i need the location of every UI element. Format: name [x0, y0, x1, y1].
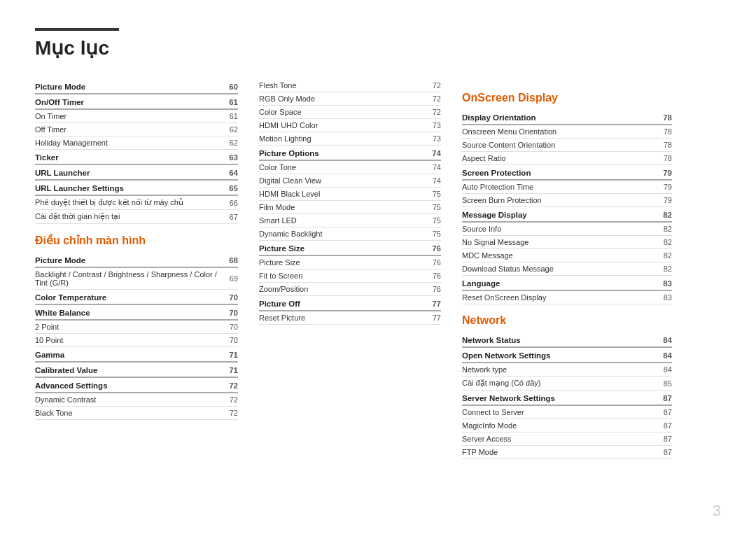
row-label: Cài đặt thời gian hiện tại: [35, 212, 120, 221]
row-num: 72: [433, 94, 441, 103]
toc-row: Language 83: [462, 276, 672, 291]
toc-row: Onscreen Menu Orientation 78: [462, 125, 672, 139]
row-label: Fit to Screen: [259, 272, 302, 280]
row-num: 65: [229, 184, 238, 192]
row-num: 76: [432, 244, 441, 253]
row-num: 69: [230, 274, 238, 283]
toc-row: Dynamic Backlight 75: [259, 227, 441, 241]
row-label: Picture Off: [259, 300, 300, 308]
row-num: 84: [663, 336, 672, 344]
row-num: 76: [433, 272, 441, 280]
row-num: 74: [433, 176, 441, 185]
section-heading-onscreen: OnScreen Display: [462, 92, 672, 104]
toc-row: Holiday Management 62: [35, 136, 238, 150]
row-label: Reset Picture: [259, 314, 305, 322]
row-label: Holiday Management: [35, 139, 108, 147]
row-label: Dynamic Backlight: [259, 230, 322, 238]
toc-row: Display Orientation 78: [462, 110, 672, 125]
toc-row: Server Network Settings 87: [462, 391, 672, 406]
toc-row: HDMI UHD Color 73: [259, 119, 441, 132]
row-label: Color Temperature: [35, 293, 106, 302]
row-num: 78: [663, 113, 672, 122]
toc-row: RGB Only Mode 72: [259, 92, 441, 106]
row-label: MagicInfo Mode: [462, 421, 517, 430]
toc-row: Picture Size 76: [259, 241, 441, 256]
toc-row: Reset Picture 77: [259, 311, 441, 325]
row-num: 73: [433, 134, 441, 143]
toc-row: Screen Protection 79: [462, 165, 672, 181]
row-label: Screen Protection: [462, 169, 531, 177]
row-num: 77: [432, 300, 441, 308]
toc-row: Motion Lighting 73: [259, 132, 441, 146]
col1-group1: Picture Mode 60 On/Off Timer 61 On Timer…: [35, 79, 238, 224]
row-label: Zoom/Position: [259, 285, 308, 293]
row-label: Picture Size: [259, 258, 300, 267]
row-label: HDMI UHD Color: [259, 121, 318, 129]
row-label: Gamma: [35, 351, 64, 359]
row-label: Calibrated Value: [35, 366, 97, 374]
row-label: Digital Clean View: [259, 176, 321, 185]
row-num: 79: [664, 196, 672, 204]
row-label: On/Off Timer: [35, 98, 84, 106]
row-label: Advanced Settings: [35, 381, 108, 390]
toc-row: Server Access 87: [462, 433, 672, 446]
row-label: Picture Size: [259, 244, 304, 253]
row-label: Motion Lighting: [259, 134, 312, 143]
toc-row: MagicInfo Mode 87: [462, 419, 672, 433]
toc-row: Ticker 63: [35, 150, 238, 165]
row-num: 74: [432, 149, 441, 157]
toc-row: Download Status Message 82: [462, 262, 672, 276]
page-number: 3: [713, 502, 721, 520]
toc-row: 2 Point 70: [35, 321, 238, 334]
toc-row: HDMI Black Level 75: [259, 188, 441, 201]
row-label: Color Tone: [259, 163, 296, 171]
toc-row: Smart LED 75: [259, 214, 441, 227]
toc-row: Aspect Ratio 78: [462, 152, 672, 165]
row-num: 72: [229, 381, 238, 390]
row-num: 78: [664, 127, 672, 136]
row-num: 82: [664, 238, 672, 246]
row-num: 62: [230, 125, 238, 134]
row-label: Phê duyệt thiết bị được kết nối từ máy c…: [35, 198, 183, 207]
row-num: 82: [664, 251, 672, 260]
toc-row: Network type 84: [462, 363, 672, 377]
toc-row: Film Mode 75: [259, 201, 441, 214]
row-num: 87: [664, 421, 672, 430]
toc-row: Calibrated Value 71: [35, 363, 238, 378]
row-label: URL Launcher: [35, 169, 90, 177]
row-num: 82: [664, 225, 672, 233]
row-label: Backlight / Contrast / Brightness / Shar…: [35, 270, 230, 287]
col3-network-group: Network Status 84 Open Network Settings …: [462, 332, 672, 459]
row-label: Language: [462, 279, 500, 288]
row-num: 87: [664, 408, 672, 416]
row-num: 87: [664, 435, 672, 443]
column-2: Flesh Tone 72 RGB Only Mode 72 Color Spa…: [252, 79, 455, 459]
toc-row: Picture Mode 68: [35, 253, 238, 268]
row-num: 78: [664, 141, 672, 149]
section-heading-dieu-chinh: Điều chỉnh màn hình: [35, 234, 238, 247]
row-num: 71: [229, 351, 238, 359]
toc-row: On Timer 61: [35, 110, 238, 123]
toc-row: Black Tone 72: [35, 407, 238, 420]
toc-row: Network Status 84: [462, 332, 672, 348]
row-label: Server Network Settings: [462, 394, 555, 402]
toc-row: Color Space 72: [259, 106, 441, 119]
row-num: 75: [433, 203, 441, 211]
toc-row: Source Info 82: [462, 223, 672, 236]
row-num: 84: [664, 365, 672, 374]
row-num: 72: [230, 395, 238, 404]
row-num: 62: [230, 139, 238, 147]
row-label: On Timer: [35, 112, 66, 120]
toc-row: Picture Size 76: [259, 256, 441, 269]
row-label: Picture Mode: [35, 83, 85, 91]
row-label: 2 Point: [35, 323, 59, 331]
row-label: MDC Message: [462, 251, 513, 260]
row-num: 60: [229, 83, 238, 91]
row-label: Film Mode: [259, 203, 295, 211]
row-num: 82: [664, 265, 672, 273]
section-heading-network: Network: [462, 314, 672, 327]
toc-row: Dynamic Contrast 72: [35, 393, 238, 407]
row-label: Off Timer: [35, 125, 66, 134]
toc-row: Source Content Orientation 78: [462, 139, 672, 152]
row-num: 75: [433, 216, 441, 225]
